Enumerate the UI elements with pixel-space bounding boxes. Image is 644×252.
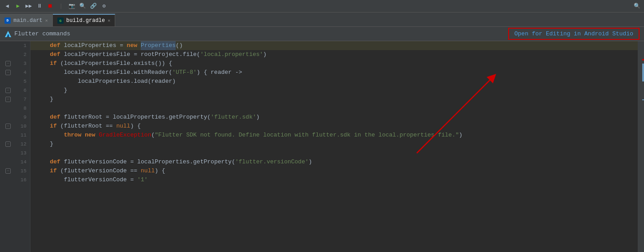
str-16: '1' [137,175,147,184]
fold-7[interactable]: − [5,97,11,102]
gradle-icon: G [57,17,64,24]
fold-12[interactable]: − [5,141,11,147]
line-num-16: 16 [21,177,26,183]
code-15b: ) { [155,167,165,175]
scroll-mark-3 [642,99,644,100]
line-num-9: 9 [23,115,26,120]
kw-if-15: if [36,167,61,175]
line-row-5: 5 [4,77,30,86]
scroll-mark-1 [642,59,644,60]
code-4a: localPropertiesFile.withReader( [36,68,172,77]
code-12: } [36,140,53,149]
scroll-thumb[interactable] [642,64,644,81]
kw-null-15: null [141,167,155,175]
code-16a: flutterVersionCode = [36,175,137,184]
line-row-15: −15 [4,167,30,175]
kw-def-2: def [36,50,64,59]
str-11: "Flutter SDK not found. Define location … [155,131,459,140]
line-num-15: 15 [21,168,26,174]
str-4: 'UTF-8' [172,68,197,77]
line-num-12: 12 [21,141,26,147]
editor-header: Flutter commands Open for Editing in And… [0,27,644,41]
toolbar-pause[interactable]: ⏸ [35,2,44,11]
fold-10[interactable]: − [5,124,11,129]
toolbar-camera[interactable]: 📷 [67,2,76,11]
str-9: 'flutter.sdk' [211,113,256,122]
line-num-1: 1 [23,43,26,48]
code-4b: ) { reader -> [197,68,242,77]
fold-6[interactable]: − [5,88,11,93]
code-3: (localPropertiesFile.exists()) { [61,59,173,68]
tab-build-gradle-close[interactable]: ✕ [108,18,110,23]
line-row-9: 9 [4,113,30,122]
fold-3[interactable]: − [5,61,11,66]
line-row-14: 14 [4,158,30,167]
code-line-6: } [30,86,638,95]
code-11b: ( [151,131,155,140]
cls-gradle-11: GradleException [99,131,151,140]
toolbar-search[interactable]: 🔍 [78,2,87,11]
line-row-3: −3 [4,59,30,68]
tab-main-dart[interactable]: D main.dart ✕ [0,14,53,26]
code-7: } [36,95,53,104]
line-num-2: 2 [23,52,26,57]
code-11c: ) [459,131,462,140]
kw-null-10: null [116,122,130,131]
cls-properties-1: Properties [141,41,176,50]
dart-icon: D [4,17,11,24]
flutter-icon [4,30,12,38]
code-6: } [36,86,67,95]
toolbar-back[interactable]: ◀ [3,2,12,11]
scrollbar[interactable] [638,41,644,252]
toolbar-stop[interactable]: ⏹ [46,2,55,11]
code-line-7: } [30,95,638,104]
code-11a [36,131,64,140]
code-line-3: if (localPropertiesFile.exists()) { [30,59,638,68]
str-2: 'local.properties' [200,50,263,59]
line-num-4: 4 [23,70,26,75]
toolbar-settings[interactable]: ⚙ [99,2,108,11]
tab-main-dart-close[interactable]: ✕ [45,18,48,23]
paren-2: ) [263,50,267,59]
code-editor[interactable]: def localProperties = new Properties() d… [30,41,638,252]
toolbar-run[interactable]: ▶ [13,2,22,11]
code-line-4: localPropertiesFile.withReader('UTF-8') … [30,68,638,77]
code-5: localProperties.load(reader) [36,77,176,86]
kw-def-9: def [36,113,64,122]
tab-build-gradle-label: build.gradle [66,17,105,24]
kw-if-3: if [36,59,61,68]
tab-main-dart-label: main.dart [13,17,43,24]
code-line-12: } [30,140,638,149]
toolbar-run-debug[interactable]: ▶▶ [24,2,33,11]
var-14: flutterVersionCode = localProperties.get… [64,158,235,167]
fold-15[interactable]: − [5,168,11,174]
fold-4[interactable]: − [5,70,11,75]
tab-build-gradle[interactable]: G build.gradle ✕ [53,14,115,26]
left-margin [0,41,4,252]
flutter-commands-label: Flutter commands [14,30,70,37]
code-line-9: def flutterRoot = localProperties.getPro… [30,113,638,122]
code-line-2: def localPropertiesFile = rootProject.fi… [30,50,638,59]
line-row-7: −7 [4,95,30,104]
toolbar-sep1: | [56,2,65,11]
line-row-16: 16 [4,175,30,184]
code-line-10: if (flutterRoot == null) { [30,122,638,131]
code-line-15: if (flutterVersionCode == null) { [30,167,638,175]
line-row-13: 13 [4,149,30,158]
toolbar-link[interactable]: 🔗 [89,2,98,11]
str-14: 'flutter.versionCode' [235,158,309,167]
line-row-10: −10 [4,122,30,131]
line-row-8: 8 [4,104,30,113]
flutter-commands-section: Flutter commands [4,30,70,38]
line-num-5: 5 [23,79,26,84]
kw-throw-11: throw [64,131,85,140]
line-row-2: 2 [4,50,30,59]
line-num-10: 10 [21,124,26,129]
kw-new-11: new [85,131,99,140]
open-android-studio-button[interactable]: Open for Editing in Android Studio [508,28,640,40]
line-row-4: −4 [4,68,30,77]
toolbar-search-right[interactable]: 🔍 [632,2,641,11]
editor-container: 1 2 −3 −4 5 −6 −7 8 9 −10 11 −12 13 14 −… [0,41,644,252]
code-line-13 [30,149,638,158]
kw-def-1: def [36,41,64,50]
